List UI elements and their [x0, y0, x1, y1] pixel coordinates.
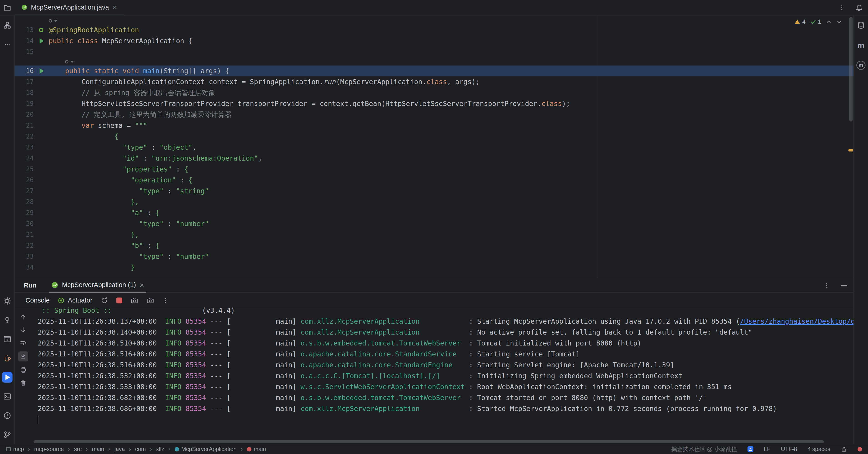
java-tool-button[interactable] — [2, 353, 12, 363]
warning-icon — [794, 19, 801, 25]
actuator-tab[interactable]: Actuator — [58, 297, 92, 304]
indent-indicator[interactable]: 4 spaces — [808, 446, 830, 452]
line-number: 31 — [14, 229, 34, 240]
passed-group[interactable]: 1 — [810, 18, 821, 25]
breadcrumb-item-java[interactable]: java — [114, 446, 125, 452]
code-vision-icon[interactable] — [65, 60, 74, 63]
run-header-actions — [824, 282, 854, 289]
run-tab-close-icon[interactable]: × — [140, 281, 144, 289]
problems-button[interactable] — [2, 410, 12, 421]
version-control-button[interactable] — [2, 429, 12, 440]
warnings-group[interactable]: 4 — [794, 18, 805, 25]
warning-stripe-mark[interactable] — [848, 149, 853, 151]
console-log[interactable]: :: Spring Boot :: (v3.4.4)2025-11-10T11:… — [32, 305, 854, 444]
editor-scrollbar[interactable] — [849, 17, 852, 121]
spring-bean-icon[interactable] — [39, 28, 43, 32]
console-body: :: Spring Boot :: (v3.4.4)2025-11-10T11:… — [14, 308, 854, 444]
hide-panel-icon[interactable] — [841, 285, 847, 286]
breadcrumb-item-src[interactable]: src — [74, 446, 82, 452]
snapshot-camera-icon[interactable] — [147, 297, 154, 304]
coffee-cup-icon — [3, 354, 11, 362]
services-button[interactable] — [2, 334, 12, 344]
code-editor[interactable]: 13@SpringBootApplication14public class M… — [14, 16, 854, 278]
run-gutter-icon[interactable] — [39, 38, 44, 44]
scroll-top-button[interactable] — [18, 312, 28, 322]
structure-tool-button[interactable] — [2, 20, 12, 30]
console-line: 2025-11-10T11:26:38.686+08:00 INFO 85354… — [38, 403, 854, 414]
more-vertical-icon[interactable] — [838, 4, 845, 11]
breadcrumb-item-main[interactable]: main — [247, 446, 266, 452]
thread-dump-camera-icon[interactable] — [130, 297, 138, 304]
settings-button[interactable] — [2, 296, 12, 306]
inspections-widget[interactable]: 4 1 — [794, 18, 842, 25]
run-gutter-icon[interactable] — [39, 68, 44, 74]
console-tab[interactable]: Console — [26, 297, 50, 304]
breadcrumb-item-com[interactable]: com — [135, 446, 146, 452]
warning-count: 4 — [802, 18, 805, 25]
line-number: 13 — [14, 25, 34, 35]
editor-line: 20 // 定义工具, 这里为简单的两数加减乘除计算器 — [14, 109, 854, 120]
run-panel-title: Run — [24, 281, 36, 289]
more-tools-button[interactable] — [2, 39, 12, 50]
stop-icon[interactable] — [116, 298, 122, 303]
console-gutter-toolbar — [14, 308, 32, 444]
line-number: 30 — [14, 218, 34, 229]
line-number: 15 — [14, 47, 34, 57]
clear-console-button[interactable] — [18, 378, 28, 388]
breadcrumb-item-mcp-source[interactable]: mcp-source — [34, 446, 64, 452]
notifications-bell-icon[interactable] — [855, 4, 863, 11]
line-separator-indicator[interactable]: LF — [764, 446, 771, 452]
breadcrumb-item-xllz[interactable]: xllz — [156, 446, 164, 452]
encoding-indicator[interactable]: UTF-8 — [781, 446, 797, 452]
console-line: 2025-11-10T11:26:38.137+08:00 INFO 85354… — [38, 316, 854, 327]
editor-line: 19 HttpServletSseServerTransportProvider… — [14, 98, 854, 109]
check-icon — [810, 19, 816, 25]
breadcrumb-item-mcp[interactable]: mcp — [6, 446, 24, 452]
line-number: 24 — [14, 153, 34, 164]
soft-wrap-icon — [20, 340, 27, 347]
terminal-button[interactable] — [2, 391, 12, 402]
unlock-icon[interactable] — [841, 446, 847, 452]
prev-problem-chevron-icon[interactable] — [826, 19, 832, 25]
breadcrumb-item-McpServerApplication[interactable]: McpServerApplication — [175, 446, 237, 452]
editor-line: 22 { — [14, 131, 854, 142]
down-arrow-icon — [20, 326, 27, 334]
scroll-bottom-button[interactable] — [18, 325, 28, 335]
tab-close-icon[interactable]: × — [113, 3, 117, 11]
next-problem-chevron-icon[interactable] — [836, 19, 842, 25]
file-tab-title: McpServerApplication.java — [31, 4, 109, 11]
console-file-link[interactable]: /Users/zhanghaisen/Desktop/develop/code/… — [740, 317, 854, 325]
soft-wrap-button[interactable] — [18, 338, 28, 348]
console-more-icon[interactable] — [162, 297, 169, 304]
console-horizontal-scrollbar[interactable] — [34, 441, 824, 443]
run-tool-button[interactable] — [2, 372, 12, 383]
inlay-hint-row — [14, 57, 854, 65]
plugin-m-button[interactable]: m — [856, 60, 866, 70]
rerun-icon[interactable] — [100, 297, 108, 304]
editor-line: 13@SpringBootApplication — [14, 25, 854, 35]
main-area: 13@SpringBootApplication14public class M… — [0, 16, 868, 444]
breadcrumb-item-main[interactable]: main — [92, 446, 104, 452]
line-number: 22 — [14, 131, 34, 142]
maven-button[interactable]: m — [856, 40, 866, 51]
run-more-icon[interactable] — [824, 282, 830, 289]
collab-plugin-icon[interactable] — [747, 446, 753, 452]
code-vision-icon[interactable] — [49, 19, 58, 23]
print-button[interactable] — [18, 365, 28, 374]
spring-boot-icon — [51, 281, 58, 289]
endpoints-button[interactable] — [2, 315, 12, 325]
run-config-tab[interactable]: McpServerApplication (1) × — [49, 278, 146, 293]
breadcrumb-separator: › — [28, 446, 30, 453]
line-number: 29 — [14, 207, 34, 218]
scroll-to-end-button[interactable] — [18, 352, 28, 361]
line-number: 21 — [14, 120, 34, 131]
database-button[interactable] — [856, 20, 866, 30]
editor-line: 25 "properties" : { — [14, 164, 854, 175]
editor-lines: 13@SpringBootApplication14public class M… — [14, 16, 854, 273]
up-arrow-icon — [20, 313, 27, 321]
more-horizontal-icon — [4, 41, 11, 48]
project-folder-button[interactable] — [0, 4, 14, 12]
file-tab[interactable]: McpServerApplication.java × — [14, 0, 124, 15]
breadcrumb-separator: › — [241, 446, 243, 453]
notification-dot-icon[interactable] — [858, 447, 862, 452]
